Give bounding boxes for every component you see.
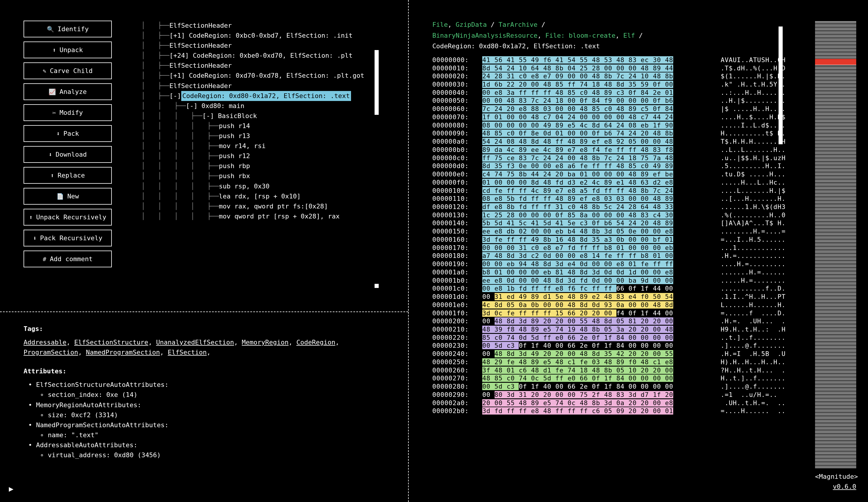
hex-row[interactable]: 00000110:08 e8 5b fd ff ff 48 89 ef e8 0… [432,194,786,203]
tree-row[interactable]: │├── [+24] CodeRegion: 0xbe0-0xd70, ElfS… [141,51,408,61]
tag-elfsection[interactable]: ElfSection [168,349,207,356]
hex-row[interactable]: 000000a0:54 24 08 48 8d 48 ff 48 89 ef e… [432,138,786,146]
breadcrumb-line-1[interactable]: File, GzipData / TarArchive / [432,21,786,29]
unpack-recursively-button[interactable]: ⬆Unpack Recursively [23,209,112,225]
tree-row[interactable]: ││││├── push rbp [141,161,408,171]
tag-coderegion[interactable]: CodeRegion [296,339,335,346]
hex-row[interactable]: 00000180:a7 48 8d 3d c2 0d 00 00 e8 14 f… [432,252,786,260]
hex-row[interactable]: 000001d0:00 31 ed 49 89 d1 5e 48 89 e2 4… [432,293,786,301]
hex-row[interactable]: 00000060:7c 24 20 e8 88 03 00 00 48 85 c… [432,105,786,113]
tree-row[interactable]: │├── ElfSectionHeader [141,21,408,31]
download-button[interactable]: ⬇Download [23,146,112,163]
pack-button[interactable]: ⬇Pack [23,125,112,142]
breadcrumb-link[interactable]: TarArchive [498,21,537,28]
hex-row[interactable]: 00000210:48 39 f8 48 89 e5 74 19 48 8b 0… [432,325,786,334]
hex-row[interactable]: 00000140:5b 5d 41 5c 41 5d 41 5e c3 0f b… [432,219,786,227]
tag-memoryregion[interactable]: MemoryRegion [242,339,289,346]
unpack-button[interactable]: ⬆Unpack [23,41,112,58]
hex-row[interactable]: 000000d0:8d 35 f3 0e 00 00 e8 a6 fe ff f… [432,162,786,170]
hex-row[interactable]: 00000240:00 48 8d 3d 49 20 20 00 48 8d 3… [432,350,786,358]
resource-tree[interactable]: │├── ElfSectionHeader│├── [+1] CodeRegio… [135,0,408,311]
add-comment-button[interactable]: #Add comment [23,251,112,267]
breadcrumb-link[interactable]: File: bloom-create [545,32,615,39]
analyze-button[interactable]: 📈Analyze [23,83,112,100]
hex-row[interactable]: 00000190:00 00 eb 94 48 8d 3d e4 0d 00 0… [432,260,786,268]
tree-row[interactable]: ││││├── mov qword ptr [rsp + 0x28], rax [141,211,408,221]
new-button[interactable]: 📄New [23,188,112,205]
hex-row[interactable]: 00000250:48 29 fe 48 89 e5 48 c1 fe 03 4… [432,358,786,366]
hex-row[interactable]: 00000160:3d fe ff ff 49 8b 16 48 8d 35 a… [432,235,786,244]
breadcrumb-line-2[interactable]: BinaryNinjaAnalysisResource, File: bloom… [432,31,786,40]
hex-row[interactable]: 00000030:1d 6b 22 20 00 48 85 ff 74 18 4… [432,80,786,89]
hex-row[interactable]: 00000200:00 48 8d 3d 89 20 20 00 55 48 8… [432,317,786,325]
hex-row[interactable]: 000001c0:00 e8 1b fd ff ff e8 f6 fc ff f… [432,284,786,293]
tree-row[interactable]: │├── [-] CodeRegion: 0xd80-0x1a72, ElfSe… [141,91,408,101]
replace-button[interactable]: ⬆Replace [23,167,112,184]
hex-row[interactable]: 00000230:00 5d c3 0f 1f 40 00 66 2e 0f 1… [432,342,786,350]
tag-addressable[interactable]: Addressable [23,339,66,346]
hex-table[interactable]: 00000000:41 56 41 55 49 f6 41 54 55 48 5… [432,56,786,415]
tag-namedprogramsection[interactable]: NamedProgramSection [86,349,160,356]
tree-row[interactable]: ││││├── push r14 [141,121,408,131]
tree-row[interactable]: ││││├── push r13 [141,131,408,141]
hex-row[interactable]: 000001a0:b8 01 00 00 00 eb 81 48 8d 3d 0… [432,268,786,277]
tree-row[interactable]: ││││├── sub rsp, 0x30 [141,181,408,191]
pack-recursively-button[interactable]: ⬇Pack Recursively [23,230,112,247]
tree-row[interactable]: │├── ElfSectionHeader [141,81,408,91]
entropy-strip[interactable] [815,21,856,468]
carve-child-button[interactable]: ✎Carve Child [23,62,112,79]
hex-row[interactable]: 00000170:00 00 00 31 c0 e8 e7 fd ff ff b… [432,244,786,252]
entropy-prev[interactable]: < [815,473,819,480]
hex-row[interactable]: 000002a0:20 00 55 48 89 e5 74 0c 48 8b 3… [432,399,786,407]
tree-row[interactable]: │├── ElfSectionHeader [141,41,408,51]
hex-scrollbar[interactable] [778,27,783,144]
breadcrumb-link[interactable]: Elf [623,32,635,39]
hex-row[interactable]: 000000e0:c4 74 75 8b 44 24 20 ba 01 00 0… [432,170,786,178]
hex-row[interactable]: 000001b0:ee e8 0d 00 00 48 8d 3d fd 0d 0… [432,277,786,285]
tree-row[interactable]: ││││├── push r12 [141,151,408,161]
modify-button[interactable]: ✂Modify [23,104,112,121]
hex-row[interactable]: 00000130:1c 25 28 00 00 00 0f 85 8a 00 0… [432,211,786,219]
tree-row[interactable]: ││││├── lea rdx, [rsp + 0x10] [141,191,408,201]
tree-row[interactable]: │├── [+1] CodeRegion: 0xd70-0xd78, ElfSe… [141,71,408,81]
hex-row[interactable]: 00000000:41 56 41 55 49 f6 41 54 55 48 5… [432,56,786,64]
hex-row[interactable]: 00000220:85 c0 74 0d 5d ff e0 66 2e 0f 1… [432,334,786,342]
hex-row[interactable]: 00000280:00 5d c3 0f 1f 40 00 66 2e 0f 1… [432,382,786,391]
hex-row[interactable]: 00000010:8d 54 24 10 64 48 8b 04 25 28 0… [432,64,786,72]
identify-button[interactable]: 🔍Identify [23,21,112,37]
hex-row[interactable]: 00000260:3f 48 01 c6 48 d1 fe 74 18 48 8… [432,366,786,374]
entropy-next[interactable]: > [854,473,858,480]
hex-row[interactable]: 00000050:00 00 48 83 7c 24 18 00 0f 84 f… [432,97,786,105]
hex-row[interactable]: 00000090:48 85 c0 0f 8e 0d 01 00 00 0f b… [432,129,786,138]
version-label[interactable]: v0.6.0 [833,483,856,490]
prompt-caret[interactable]: ▶ [9,484,13,493]
tree-row[interactable]: │├── ElfSectionHeader [141,61,408,71]
hex-row[interactable]: 00000100:cd fe ff ff 4c 89 e7 e8 a5 fd f… [432,187,786,195]
tree-row[interactable]: ││││├── mov rax, qword ptr fs:[0x28] [141,201,408,211]
tag-programsection[interactable]: ProgramSection [23,349,78,356]
hex-view[interactable]: File, GzipData / TarArchive / BinaryNinj… [432,21,786,490]
tree-row[interactable]: │├── [+1] CodeRegion: 0xbc0-0xbd7, ElfSe… [141,31,408,41]
hex-row[interactable]: 00000290:00 80 3d 31 20 20 00 00 75 2f 4… [432,391,786,399]
tag-elfsectionstructure[interactable]: ElfSectionStructure [74,339,148,346]
hex-row[interactable]: 00000270:48 85 c0 74 0c 5d ff e0 66 0f 1… [432,374,786,382]
tree-row[interactable]: ││││├── push rbx [141,171,408,181]
breadcrumb-link[interactable]: GzipData [456,21,487,28]
tree-scrollbar[interactable] [374,50,379,115]
tree-row[interactable]: ││├── [-] 0xd80: main [141,101,408,111]
hex-row[interactable]: 000000b0:89 da 4c 89 ee 4c 89 e7 e8 f4 f… [432,146,786,154]
tree-row[interactable]: │││├── [-] BasicBlock [141,111,408,121]
hex-row[interactable]: 000001e0:4c 8d 05 0a 0b 00 00 48 8d 0d 9… [432,301,786,309]
hex-row[interactable]: 000000c0:ff 75 ce 83 7c 24 24 00 48 8b 7… [432,154,786,162]
hex-row[interactable]: 00000020:24 28 31 c0 e8 e7 09 00 00 48 8… [432,72,786,80]
hex-row[interactable]: 00000080:08 00 00 00 00 49 89 e5 4c 8d 6… [432,121,786,130]
hex-row[interactable]: 000001f0:3d 0c fe ff ff ff 15 66 20 20 0… [432,309,786,318]
hex-row[interactable]: 000000f0:01 00 00 00 8d 48 fd d3 e2 4c 8… [432,178,786,187]
tree-row[interactable]: ││││├── mov r14, rsi [141,141,408,151]
hex-row[interactable]: 00000120:df e8 8b fd ff ff 31 c0 48 8b 5… [432,203,786,211]
breadcrumb-link[interactable]: BinaryNinjaAnalysisResource [432,32,538,39]
hex-row[interactable]: 000002b0:3d fd ff ff e8 48 ff ff ff c6 0… [432,407,786,415]
breadcrumb-link[interactable]: File [432,21,448,28]
hex-row[interactable]: 00000070:1f 01 00 00 48 c7 04 24 00 00 0… [432,113,786,121]
hex-row[interactable]: 00000150:ee e8 db 02 00 00 eb b4 48 8b 3… [432,227,786,235]
